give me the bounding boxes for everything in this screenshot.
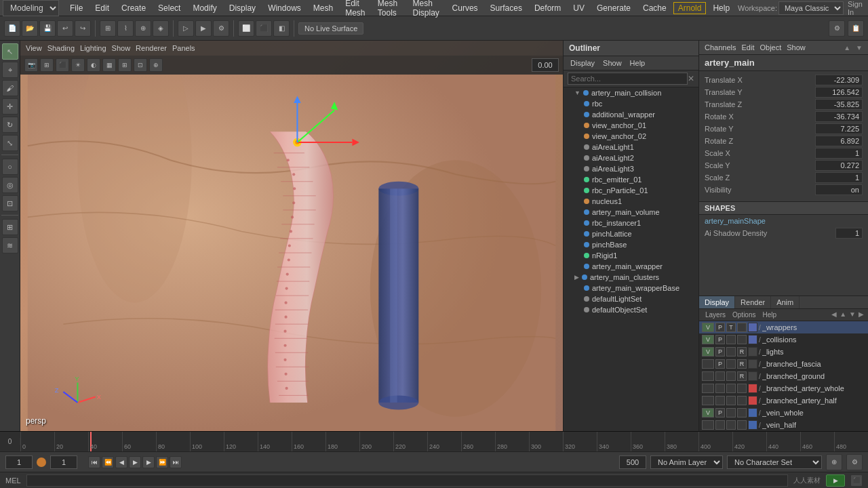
vp-resolution-btn[interactable]: ⊡ bbox=[134, 58, 147, 72]
shape-attr-input[interactable] bbox=[835, 228, 863, 239]
channels-edit-btn[interactable]: Edit bbox=[741, 43, 754, 52]
menu-curves[interactable]: Curves bbox=[447, 2, 484, 14]
redo-btn[interactable]: ↪ bbox=[75, 20, 91, 37]
lasso-tool-btn[interactable]: ⌖ bbox=[2, 62, 18, 78]
scale-tool-btn[interactable]: ⤡ bbox=[2, 135, 18, 151]
viewport[interactable]: View Shading Lighting Show Renderer Pane… bbox=[20, 41, 563, 431]
smooth-btn[interactable]: ⬛ bbox=[256, 20, 272, 37]
collapse-arrow[interactable]: ▶ bbox=[574, 274, 579, 281]
anim-layer-dropdown[interactable]: No Anim Layer bbox=[650, 455, 723, 469]
frame-start-input[interactable] bbox=[5, 455, 33, 469]
layers-opt-layers[interactable]: Layers bbox=[703, 310, 728, 319]
outliner-item-aiAreaLight1[interactable]: aiAreaLight1 bbox=[564, 142, 698, 152]
vp-smooth-btn[interactable]: ⬛ bbox=[56, 58, 69, 72]
shape-name[interactable]: artery_mainShape bbox=[699, 215, 868, 227]
outliner-item-nRigid1[interactable]: nRigid1 bbox=[564, 250, 698, 261]
outliner-help-btn[interactable]: Help bbox=[627, 58, 648, 68]
layer-nav-left[interactable]: ◀ bbox=[831, 310, 837, 319]
wireframe-btn[interactable]: ⬜ bbox=[238, 20, 254, 37]
layer-t-cell[interactable] bbox=[726, 359, 736, 369]
outliner-item-artery_main_wrapperBase[interactable]: artery_main_wrapperBase bbox=[564, 283, 698, 293]
collapse-arrow[interactable]: ▼ bbox=[574, 89, 580, 96]
menu-generate[interactable]: Generate bbox=[591, 2, 636, 14]
layer-row-_branched_artery_whole[interactable]: /_branched_artery_whole bbox=[699, 382, 868, 394]
vp-light-btn[interactable]: ☀ bbox=[71, 58, 85, 72]
menu-select[interactable]: Select bbox=[153, 2, 186, 14]
layer-v-cell[interactable] bbox=[702, 420, 714, 430]
layer-t-cell[interactable] bbox=[726, 384, 736, 393]
next-frame-btn[interactable]: ▶ bbox=[142, 456, 155, 468]
layer-row-_vein_whole[interactable]: VP/_vein_whole bbox=[699, 407, 868, 419]
layer-t-cell[interactable] bbox=[726, 396, 736, 405]
layer-r-cell[interactable] bbox=[737, 335, 747, 344]
move-tool-btn[interactable]: ✛ bbox=[2, 98, 18, 115]
layer-row-_collisions[interactable]: VP/_collisions bbox=[699, 333, 868, 346]
layer-tab-render[interactable]: Render bbox=[735, 296, 771, 308]
menu-uv[interactable]: UV bbox=[568, 2, 590, 14]
show-manip-btn[interactable]: ⊡ bbox=[2, 195, 18, 211]
layer-t-cell[interactable]: T bbox=[726, 323, 736, 332]
menu-edit[interactable]: Edit bbox=[90, 2, 115, 14]
attr-input[interactable] bbox=[815, 136, 863, 146]
menu-edit-mesh[interactable]: Edit Mesh bbox=[340, 0, 371, 19]
channels-btn[interactable]: Channels bbox=[705, 43, 736, 52]
next-key-btn[interactable]: ⏩ bbox=[156, 456, 168, 468]
outliner-item-defaultObjectSet[interactable]: defaultObjectSet bbox=[564, 304, 698, 315]
layer-p-cell[interactable]: P bbox=[715, 359, 725, 369]
layer-r-cell[interactable]: R bbox=[737, 359, 747, 369]
attr-input[interactable] bbox=[815, 75, 863, 85]
outliner-item-rbc[interactable]: rbc bbox=[564, 98, 698, 109]
vp-camera-btn[interactable]: 📷 bbox=[24, 58, 38, 72]
vp-menu-lighting[interactable]: Lighting bbox=[80, 44, 106, 52]
attr-input[interactable] bbox=[815, 123, 863, 134]
render-settings-btn[interactable]: ⚙ bbox=[213, 20, 229, 37]
layer-v-cell[interactable]: V bbox=[702, 408, 714, 418]
outliner-item-artery_main_wrapper[interactable]: artery_main_wrapper bbox=[564, 261, 698, 272]
vp-menu-shading[interactable]: Shading bbox=[47, 44, 75, 52]
layer-row-_wrappers[interactable]: VPT/_wrappers bbox=[699, 321, 868, 333]
workspace-select[interactable]: Maya Classic bbox=[778, 1, 844, 15]
snap-surface-btn[interactable]: ◈ bbox=[153, 20, 169, 37]
layer-t-cell[interactable] bbox=[726, 371, 736, 381]
layer-t-cell[interactable] bbox=[726, 335, 736, 344]
prev-key-btn[interactable]: ⏪ bbox=[102, 456, 114, 468]
attr-input[interactable] bbox=[815, 148, 863, 159]
new-scene-btn[interactable]: 📄 bbox=[4, 20, 20, 37]
soft-mod-btn[interactable]: ○ bbox=[2, 159, 18, 175]
save-btn[interactable]: 💾 bbox=[39, 20, 56, 37]
layer-p-cell[interactable] bbox=[715, 384, 725, 393]
outliner-search-clear[interactable]: ✕ bbox=[688, 74, 694, 83]
outliner-item-rbc_instancer1[interactable]: rbc_instancer1 bbox=[564, 218, 698, 228]
attr-input[interactable] bbox=[815, 99, 863, 110]
outliner-item-rbc_emitter_01[interactable]: rbc_emitter_01 bbox=[564, 174, 698, 185]
menu-arnold[interactable]: Arnold bbox=[673, 2, 707, 14]
channels-show-btn[interactable]: Show bbox=[787, 43, 806, 52]
current-frame-input[interactable] bbox=[50, 455, 77, 469]
play-btn[interactable]: ▶ bbox=[129, 456, 141, 468]
layer-r-cell[interactable]: R bbox=[737, 347, 747, 357]
layer-r-cell[interactable] bbox=[737, 384, 747, 393]
vp-grid-btn[interactable]: ⊞ bbox=[118, 58, 132, 72]
layer-p-cell[interactable]: P bbox=[715, 347, 725, 357]
viewport-num-input[interactable] bbox=[532, 58, 559, 72]
outliner-item-artery_main_collision[interactable]: ▼artery_main_collision bbox=[564, 87, 698, 98]
sculpt-btn[interactable]: ◎ bbox=[2, 177, 18, 193]
outliner-item-rbc_nParticle_01[interactable]: rbc_nParticle_01 bbox=[564, 185, 698, 196]
texture-btn[interactable]: ◧ bbox=[273, 20, 290, 37]
menu-help[interactable]: Help bbox=[707, 2, 735, 14]
vp-wireframe-btn[interactable]: ⊞ bbox=[40, 58, 54, 72]
outliner-item-pinchLattice[interactable]: pinchLattice bbox=[564, 228, 698, 239]
layer-v-cell[interactable]: V bbox=[702, 347, 714, 357]
layer-row-_branched_ground[interactable]: R/_branched_ground bbox=[699, 370, 868, 382]
outliner-display-btn[interactable]: Display bbox=[568, 58, 597, 68]
outliner-item-nucleus1[interactable]: nucleus1 bbox=[564, 196, 698, 207]
layer-p-cell[interactable] bbox=[715, 420, 725, 430]
vp-shadow-btn[interactable]: ◐ bbox=[87, 58, 100, 72]
timeline[interactable]: 0 02040608010012014016018020022024026028… bbox=[0, 431, 868, 451]
frame-end-btn[interactable]: ⏭ bbox=[170, 456, 182, 468]
layer-p-cell[interactable] bbox=[715, 396, 725, 405]
frame-end-input-500[interactable] bbox=[619, 455, 646, 469]
vp-menu-renderer[interactable]: Renderer bbox=[136, 44, 167, 52]
layer-row-_branched_fascia[interactable]: PR/_branched_fascia bbox=[699, 358, 868, 370]
layer-row-_lights[interactable]: VPR/_lights bbox=[699, 346, 868, 358]
